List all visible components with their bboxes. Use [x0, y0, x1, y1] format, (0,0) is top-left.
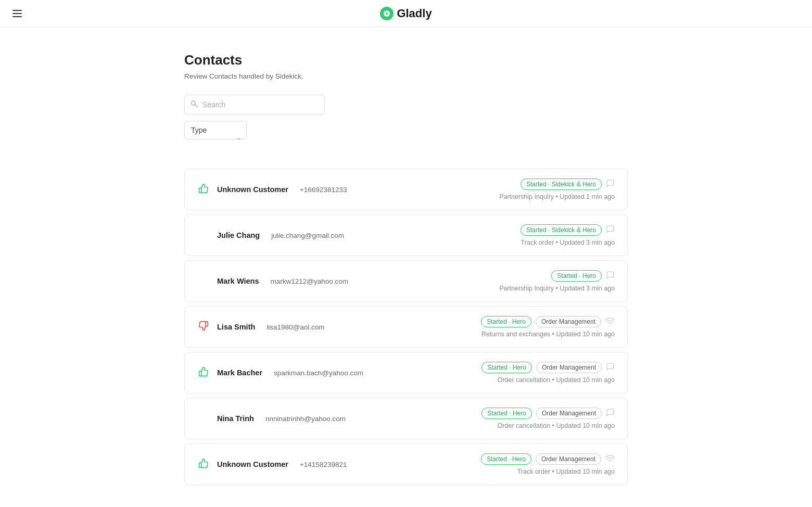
search-icon: [191, 100, 198, 109]
badge-primary: Started · Hero: [551, 270, 602, 282]
comment-icon: [606, 225, 615, 236]
contact-info: lisa1980@aol.com: [267, 323, 324, 331]
badge-secondary: Order Management: [536, 453, 601, 465]
badge-secondary: Order Management: [536, 316, 601, 327]
contact-info: nnninatrinhh@yahoo.com: [265, 415, 346, 423]
contact-meta: Partnership Inquiry • Updated 3 min ago: [499, 285, 615, 292]
contact-row[interactable]: Unknown Customer +14158239821 Started · …: [184, 443, 628, 485]
contact-row[interactable]: Nina Trinh nnninatrinhh@yahoo.com Starte…: [184, 398, 628, 439]
contact-name: Mark Wiens: [217, 277, 259, 285]
thumbs-up-icon: [197, 458, 210, 471]
contact-info: +16692381233: [300, 186, 347, 194]
contact-name: Nina Trinh: [217, 414, 254, 423]
contact-row[interactable]: Lisa Smith lisa1980@aol.com Started · He…: [184, 306, 628, 348]
contact-left: Lisa Smith lisa1980@aol.com: [197, 321, 325, 334]
badge-primary: Started · Hero: [481, 316, 531, 327]
comment-icon: [606, 271, 615, 282]
contact-row[interactable]: Mark Wiens markw1212@yahoo.com Started ·…: [184, 260, 628, 302]
contact-right: Started · Hero Order Management Track or…: [481, 453, 615, 475]
contact-right: Started · Hero Order Management Returns …: [481, 316, 615, 338]
contact-left: Unknown Customer +14158239821: [197, 458, 347, 471]
logo-text: Gladly: [397, 7, 432, 20]
contact-info: sparkman.bach@yahoo.com: [274, 369, 363, 377]
badge-row: Started · Hero Order Management: [481, 453, 615, 465]
search-wrapper: [184, 95, 628, 115]
contact-meta: Order cancellation • Updated 10 min ago: [498, 422, 615, 429]
contact-name: Julie Chang: [217, 231, 260, 239]
contact-right: Started · Hero Order Management Order ca…: [481, 408, 615, 429]
contact-right: Started · Sidekick & Hero Partnership In…: [499, 179, 615, 200]
contact-info: julie.chang@gmail.com: [271, 232, 344, 239]
badge-primary: Started · Hero: [481, 362, 532, 373]
type-dropdown-wrapper: Type Email Phone Chat ⌄: [184, 121, 247, 154]
contact-info: +14158239821: [300, 461, 347, 468]
badge-primary: Started · Sidekick & Hero: [521, 224, 602, 236]
contact-meta: Returns and exchanges • Updated 10 min a…: [481, 331, 615, 338]
badge-row: Started · Sidekick & Hero: [521, 179, 615, 190]
comment-icon: [606, 362, 615, 373]
contact-meta: Order cancellation • Updated 10 min ago: [498, 376, 615, 384]
contact-left: Nina Trinh nnninatrinhh@yahoo.com: [197, 414, 346, 423]
contact-left: Mark Wiens markw1212@yahoo.com: [197, 277, 348, 285]
contact-left: Unknown Customer +16692381233: [197, 183, 347, 196]
svg-text:+: +: [385, 10, 388, 17]
thumbs-up-icon: [197, 366, 210, 379]
badge-primary: Started · Sidekick & Hero: [521, 179, 602, 190]
logo-icon: +: [380, 7, 394, 20]
contact-name: Lisa Smith: [217, 323, 255, 331]
comment-icon: [606, 179, 615, 190]
badge-secondary: Order Management: [536, 362, 602, 373]
comment-icon: [606, 408, 615, 419]
contact-name: Mark Bacher: [217, 369, 262, 377]
page-subtitle: Review Contacts handled by Sidekick.: [184, 72, 628, 80]
contact-meta: Partnership Inquiry • Updated 1 min ago: [499, 193, 615, 200]
top-nav: + Gladly: [0, 0, 812, 27]
wifi-icon: [605, 318, 615, 326]
svg-point-5: [610, 461, 611, 462]
hamburger-menu[interactable]: [12, 10, 22, 17]
badge-row: Started · Sidekick & Hero: [521, 224, 615, 236]
contact-info: markw1212@yahoo.com: [270, 277, 348, 285]
badge-primary: Started · Hero: [481, 408, 532, 419]
type-dropdown[interactable]: Type Email Phone Chat: [184, 121, 247, 140]
badge-row: Started · Hero: [551, 270, 615, 282]
contact-meta: Track order • Updated 3 min ago: [521, 239, 615, 246]
badge-row: Started · Hero Order Management: [481, 362, 615, 373]
badge-secondary: Order Management: [536, 408, 602, 419]
contact-row[interactable]: Unknown Customer +16692381233 Started · …: [184, 169, 628, 210]
wifi-icon: [605, 455, 615, 464]
contact-row[interactable]: Julie Chang julie.chang@gmail.com Starte…: [184, 214, 628, 256]
thumbs-down-icon: [197, 321, 210, 334]
app-logo: + Gladly: [380, 7, 432, 20]
contact-left: Mark Bacher sparkman.bach@yahoo.com: [197, 366, 363, 379]
thumbs-up-icon: [197, 183, 210, 196]
contact-name: Unknown Customer: [217, 460, 288, 468]
contact-list: Unknown Customer +16692381233 Started · …: [184, 169, 628, 489]
svg-line-3: [195, 105, 198, 107]
badge-row: Started · Hero Order Management: [481, 316, 615, 327]
search-input[interactable]: [184, 95, 325, 115]
svg-point-4: [610, 324, 611, 325]
contact-left: Julie Chang julie.chang@gmail.com: [197, 231, 344, 239]
contact-right: Started · Hero Partnership Inquiry • Upd…: [499, 270, 615, 292]
main-content: Contacts Review Contacts handled by Side…: [172, 27, 640, 507]
contact-right: Started · Sidekick & Hero Track order • …: [521, 224, 615, 246]
badge-row: Started · Hero Order Management: [481, 408, 615, 419]
contact-name: Unknown Customer: [217, 185, 288, 194]
contact-meta: Track order • Updated 10 min ago: [517, 468, 615, 475]
badge-primary: Started · Hero: [481, 453, 531, 465]
page-title: Contacts: [184, 52, 628, 68]
contact-row[interactable]: Mark Bacher sparkman.bach@yahoo.com Star…: [184, 352, 628, 394]
contact-right: Started · Hero Order Management Order ca…: [481, 362, 615, 384]
